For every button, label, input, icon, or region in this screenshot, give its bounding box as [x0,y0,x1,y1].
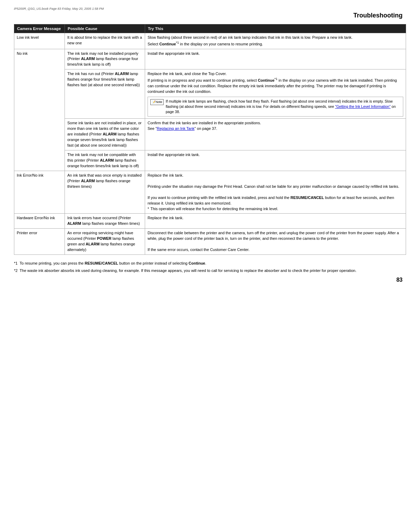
error-label: Printer error [14,229,65,255]
footnote-2: *2 The waste ink absorber absorbs ink us… [14,268,406,274]
col-camera-error: Camera Error Message [14,24,65,33]
note-text: If multiple ink tank lamps are flashing,… [166,99,400,115]
footnotes: *1 To resume printing, you can press the… [14,260,406,273]
footnote-1: *1 To resume printing, you can press the… [14,260,406,266]
page-title: Troubleshooting [14,12,406,19]
table-row: Ink Error/No ink An ink tank that was on… [14,171,406,214]
table-row: The ink tank may not be compatible with … [14,150,406,171]
cause-cell: Ink tank errors have occurred (Printer A… [65,214,145,229]
try-cell: Install the appropriate ink tank. [145,49,406,69]
note-icon: 📝Note [150,99,164,105]
col-try-this: Try This [145,24,406,33]
cause-cell: An error requiring servicing might have … [65,229,145,255]
error-label: Low ink level [14,33,65,49]
page-number: 83 [14,277,406,283]
table-row: Low ink level It is about time to replac… [14,33,406,49]
try-cell: Replace the ink tank. [145,214,406,229]
try-cell: Confirm that the ink tanks are installed… [145,119,406,150]
try-cell: Slow flashing (about three second in red… [145,33,406,49]
cause-cell: It is about time to replace the ink tank… [65,33,145,49]
cause-cell: The ink tank may not be compatible with … [65,150,145,171]
col-possible-cause: Possible Cause [65,24,145,33]
note-box: 📝Note If multiple ink tank lamps are fla… [148,97,403,117]
table-row: The ink has run out (Printer ALARM lamp … [14,69,406,119]
try-cell: Install the appropriate ink tank. [145,150,406,171]
table-row: Some ink tanks are not installed in plac… [14,119,406,150]
cause-cell: Some ink tanks are not installed in plac… [65,119,145,150]
cause-cell: An ink tank that was once empty is insta… [65,171,145,214]
cause-cell: The ink tank may not be installed proper… [65,49,145,69]
error-label: No ink [14,49,65,171]
table-row: Hardware Error/No ink Ink tank errors ha… [14,214,406,229]
try-cell: Replace the ink tank, and close the Top … [145,69,406,119]
table-row: Printer error An error requiring servici… [14,229,406,255]
file-info: iP5200R_QSG_US.book Page 83 Friday, May … [14,7,406,10]
cause-cell: The ink has run out (Printer ALARM lamp … [65,69,145,119]
error-label: Ink Error/No ink [14,171,65,214]
table-row: No ink The ink tank may not be installed… [14,49,406,69]
star-item: *This operation will release the functio… [148,206,403,212]
try-cell: Replace the ink tank. Printing under the… [145,171,406,214]
error-label: Hardware Error/No ink [14,214,65,229]
try-cell: Disconnect the cable between the printer… [145,229,406,255]
troubleshooting-table: Camera Error Message Possible Cause Try … [14,24,406,255]
